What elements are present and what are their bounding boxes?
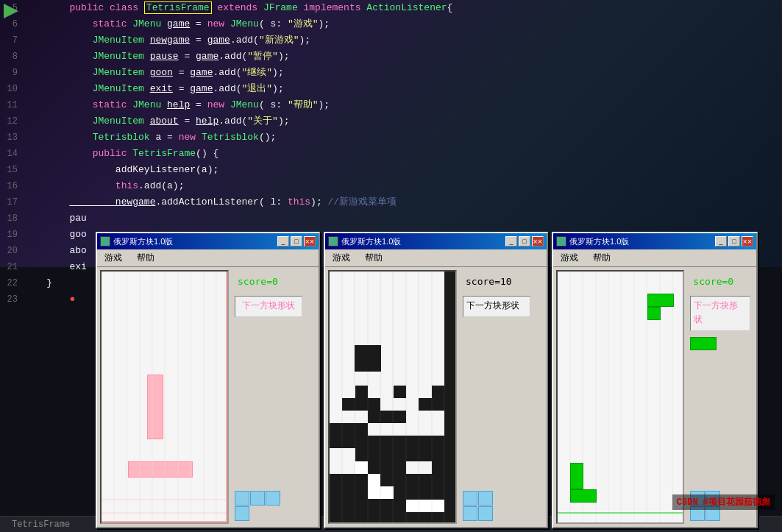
win2-menu-game[interactable]: 游戏 <box>330 251 353 265</box>
win3-titlebar: 俄罗斯方块1.0版 × <box>553 233 756 249</box>
svg-rect-20 <box>406 411 444 436</box>
win1-menu-game[interactable]: 游戏 <box>102 251 125 265</box>
win3-icon <box>556 236 566 247</box>
win2-score: score=10 <box>463 273 530 290</box>
win3-score: score=0 <box>690 273 750 290</box>
cyan-block <box>478 506 493 521</box>
win1-board <box>100 270 229 524</box>
win3-controls[interactable]: × <box>715 236 753 247</box>
win3-piece-bottom <box>570 463 610 503</box>
win1-titlebar: 俄罗斯方块1.0版 × <box>97 233 319 249</box>
svg-rect-14 <box>330 386 355 398</box>
win1-right-border <box>226 272 227 522</box>
win2-icon <box>328 236 338 247</box>
win1-piece-1 <box>147 375 163 439</box>
win2-blocks <box>330 272 457 524</box>
win3-next-label: 下一方块形状 <box>690 296 750 331</box>
win3-menu-game[interactable]: 游戏 <box>558 251 581 265</box>
win1-title: 俄罗斯方块1.0版 <box>113 236 277 247</box>
svg-rect-18 <box>380 398 419 411</box>
svg-rect-23 <box>406 461 432 474</box>
svg-rect-17 <box>330 398 342 411</box>
win1-minimize[interactable] <box>277 236 289 247</box>
win3-close[interactable]: × <box>742 236 753 247</box>
cyan-block <box>266 491 280 506</box>
win2-falling-piece <box>355 345 381 372</box>
win2-title: 俄罗斯方块1.0版 <box>341 236 505 247</box>
svg-rect-16 <box>406 386 432 398</box>
win2-close[interactable]: × <box>532 236 544 247</box>
win2-menu-help[interactable]: 帮助 <box>362 251 385 265</box>
svg-rect-27 <box>406 500 444 512</box>
win2-minimize[interactable] <box>505 236 517 247</box>
win1-maximize[interactable] <box>291 236 302 247</box>
win1-next-label: 下一方块形状 <box>235 296 302 317</box>
svg-rect-25 <box>368 474 380 486</box>
win1-score: score=0 <box>235 273 302 290</box>
tetris-window-1[interactable]: 俄罗斯方块1.0版 × 游戏 帮助 <box>96 232 320 528</box>
win3-menubar: 游戏 帮助 <box>553 249 756 267</box>
win1-body: score=0 下一方块形状 <box>97 267 319 527</box>
win3-maximize[interactable] <box>728 236 740 247</box>
win3-piece-top <box>634 294 674 320</box>
win2-cyan-blocks <box>463 491 495 521</box>
win2-side: score=10 下一方块形状 <box>460 270 533 524</box>
win2-controls[interactable]: × <box>505 236 544 247</box>
tetris-window-2[interactable]: 俄罗斯方块1.0版 × 游戏 帮助 <box>324 232 548 528</box>
cyan-block <box>250 491 265 506</box>
svg-rect-22 <box>330 448 355 474</box>
cyan-block <box>463 506 477 521</box>
code-line-17: 17 newgame.addActionListener( l: this); … <box>0 194 782 210</box>
svg-rect-21 <box>368 423 406 436</box>
bottom-tab[interactable]: TetrisFrame <box>6 519 76 530</box>
cyan-block <box>235 506 249 521</box>
win1-side: score=0 下一方块形状 <box>232 270 305 524</box>
svg-rect-19 <box>330 411 368 423</box>
svg-rect-26 <box>368 486 394 499</box>
win3-side: score=0 下一方块形状 <box>687 270 753 524</box>
cyan-block <box>235 491 249 506</box>
win2-next-label: 下一方块形状 <box>463 296 530 317</box>
win2-maximize[interactable] <box>519 236 530 247</box>
win1-piece-2 <box>128 461 193 478</box>
win3-title: 俄罗斯方块1.0版 <box>569 236 715 247</box>
win1-controls[interactable]: × <box>277 236 316 247</box>
win3-side-green <box>690 337 717 350</box>
cyan-block <box>463 491 477 506</box>
win3-body: score=0 下一方块形状 <box>553 267 756 527</box>
win1-menu-help[interactable]: 帮助 <box>134 251 157 265</box>
tetris-window-3[interactable]: 俄罗斯方块1.0版 × 游戏 帮助 <box>552 232 758 528</box>
win2-board <box>328 270 457 524</box>
win1-grid <box>102 272 229 524</box>
win2-titlebar: 俄罗斯方块1.0版 × <box>325 233 547 249</box>
win3-menu-help[interactable]: 帮助 <box>590 251 614 265</box>
code-line-18: 18 pau <box>0 210 782 227</box>
win3-minimize[interactable] <box>715 236 727 247</box>
tetris-windows: 俄罗斯方块1.0版 × 游戏 帮助 <box>96 232 761 528</box>
svg-rect-28 <box>444 272 457 386</box>
win3-board <box>556 270 684 524</box>
win1-menubar: 游戏 帮助 <box>97 249 319 267</box>
watermark: CSDN @项目花园茹德彪 <box>672 494 775 510</box>
win2-body: score=10 下一方块形状 <box>325 267 547 527</box>
win1-close[interactable]: × <box>304 236 316 247</box>
win2-menubar: 游戏 帮助 <box>325 249 547 267</box>
cyan-block <box>478 491 493 506</box>
win1-icon <box>100 236 110 247</box>
win1-bottom-border <box>102 521 227 522</box>
svg-rect-15 <box>368 386 394 398</box>
win1-cyan-blocks <box>235 491 283 521</box>
svg-rect-24 <box>355 461 368 474</box>
